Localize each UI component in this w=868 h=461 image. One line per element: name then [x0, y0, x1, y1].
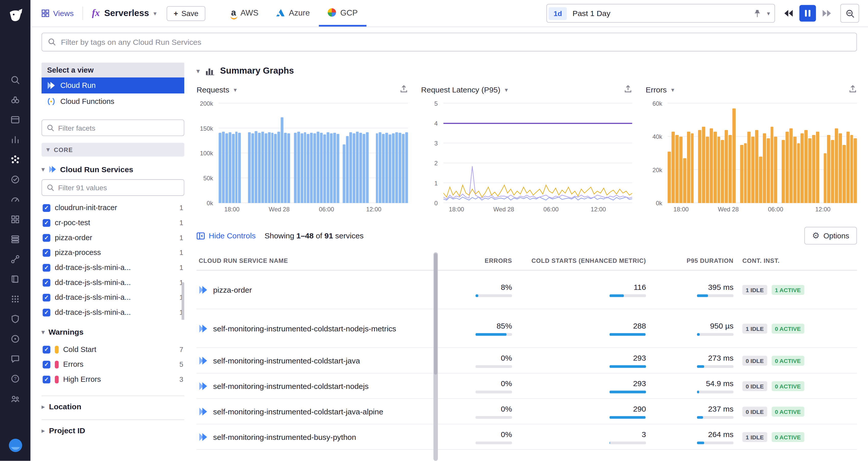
watchdog-icon[interactable] [0, 329, 30, 349]
core-section-header[interactable]: ▾ CORE [41, 143, 184, 156]
infrastructure-icon[interactable] [0, 229, 30, 249]
table-row[interactable]: self-monitoring-instrumented-coldstart-n… [196, 309, 857, 348]
security-icon[interactable] [0, 309, 30, 329]
requests-chart: Requests ▾ 0k50k100k150k200k 18:00Wed 28… [196, 85, 408, 215]
values-filter-input[interactable] [41, 179, 184, 196]
facet-item[interactable]: ✓pizza-order1 [41, 230, 184, 245]
tab-aws[interactable]: a AWS [222, 0, 267, 27]
hide-controls-button[interactable]: Hide Controls [196, 231, 256, 240]
col-header-cont-inst[interactable]: CONT. INST. [734, 257, 857, 264]
checkbox-checked[interactable]: ✓ [42, 249, 50, 256]
metrics-icon[interactable] [0, 129, 30, 149]
col-header-p95-duration[interactable]: P95 DURATION [646, 257, 734, 264]
search-icon[interactable] [0, 70, 30, 90]
forward-button[interactable] [818, 5, 835, 22]
integrations-icon[interactable] [0, 209, 30, 229]
notebooks-icon[interactable] [0, 349, 30, 368]
table-row[interactable]: pizza-order8%116395 ms1 IDLE1 ACTIVE [196, 270, 857, 309]
service-name-cell[interactable]: self-monitoring-instrumented-coldstart-n… [196, 324, 438, 333]
table-row[interactable]: self-monitoring-instrumented-busy-python… [196, 424, 857, 450]
network-icon[interactable] [0, 249, 30, 269]
export-chart-icon[interactable] [400, 85, 408, 95]
facet-item[interactable]: ✓cloudrun-init-tracer1 [41, 200, 184, 215]
checkbox-checked[interactable]: ✓ [42, 308, 50, 316]
sidebar-view-cloud-functions[interactable]: Cloud Functions [41, 94, 184, 109]
table-row[interactable]: self-monitoring-instrumented-coldstart-j… [196, 348, 857, 373]
serverless-icon[interactable] [0, 149, 30, 169]
backward-button[interactable] [781, 5, 797, 22]
sidebar-view-cloud-run[interactable]: Cloud Run [41, 77, 184, 94]
table-row[interactable]: self-monitoring-instrumented-coldstart-j… [196, 399, 857, 424]
facet-item[interactable]: ✓pizza-process1 [41, 245, 184, 260]
facet-item[interactable]: ✓dd-trace-js-sls-mini-a...1 [41, 305, 184, 320]
checkbox-checked[interactable]: ✓ [42, 204, 50, 211]
checkbox-checked[interactable]: ✓ [42, 219, 50, 226]
export-chart-icon[interactable] [624, 85, 632, 95]
service-name-cell[interactable]: self-monitoring-instrumented-coldstart-j… [196, 356, 438, 365]
zoom-out-button[interactable] [840, 4, 859, 23]
chevron-down-icon[interactable]: ▾ [767, 10, 770, 17]
checkbox-checked[interactable]: ✓ [42, 234, 50, 241]
idle-badge: 1 IDLE [742, 285, 767, 295]
metric-cell: 273 ms [646, 353, 734, 368]
checkbox-checked[interactable]: ✓ [42, 264, 50, 271]
warnings-group-header[interactable]: ▾ Warnings [41, 328, 184, 336]
container-instances-cell: 0 IDLE0 ACTIVE [734, 406, 857, 416]
facet-item[interactable]: ✓Cold Start7 [41, 342, 184, 357]
checkbox-checked[interactable]: ✓ [42, 360, 50, 368]
chevron-down-icon[interactable]: ▾ [505, 86, 508, 93]
tab-gcp[interactable]: GCP [319, 0, 367, 27]
datadog-logo[interactable] [0, 4, 30, 28]
facet-item[interactable]: ✓Errors5 [41, 357, 184, 372]
product-switcher[interactable]: fx Serverless ▾ [92, 8, 156, 19]
service-name-cell[interactable]: self-monitoring-instrumented-coldstart-n… [196, 382, 438, 390]
views-button[interactable]: Views [41, 9, 74, 18]
facet-filter-input[interactable] [41, 120, 184, 136]
export-chart-icon[interactable] [849, 85, 857, 95]
cloud-run-icon [47, 82, 56, 89]
help-icon[interactable]: ? [0, 368, 30, 388]
summary-graphs-header[interactable]: ▾ Summary Graphs [196, 66, 857, 76]
rum-icon[interactable] [0, 289, 30, 309]
pause-button[interactable] [800, 5, 816, 22]
checkbox-checked[interactable]: ✓ [42, 278, 50, 286]
ci-visibility-icon[interactable] [0, 169, 30, 189]
cloud-run-services-group-header[interactable]: ▾ Cloud Run Services [41, 165, 184, 174]
options-button[interactable]: ⚙ Options [804, 227, 857, 245]
table-row[interactable]: self-monitoring-instrumented-coldstart-n… [196, 373, 857, 399]
organization-icon[interactable] [0, 388, 30, 408]
facet-item[interactable]: ✓dd-trace-js-sls-mini-a...1 [41, 275, 184, 290]
containers-icon[interactable] [0, 90, 30, 109]
checkbox-checked[interactable]: ✓ [42, 293, 50, 301]
column-scrollbar[interactable] [433, 253, 438, 461]
service-name-cell[interactable]: self-monitoring-instrumented-coldstart-j… [196, 407, 438, 416]
tab-azure[interactable]: Azure [267, 0, 319, 27]
dashboards-icon[interactable] [0, 109, 30, 129]
bar [785, 132, 789, 203]
chevron-down-icon[interactable]: ▾ [671, 86, 674, 93]
chevron-down-icon[interactable]: ▾ [234, 86, 237, 93]
checkbox-checked[interactable]: ✓ [42, 345, 50, 353]
tag-filter-input[interactable] [41, 33, 857, 52]
facet-item[interactable]: ✓cr-poc-test1 [41, 215, 184, 230]
table-header-row: CLOUD RUN SERVICE NAME ERRORS COLD START… [196, 253, 857, 271]
facet-item[interactable]: ✓High Errors3 [41, 372, 184, 387]
service-name-cell[interactable]: pizza-order [196, 285, 438, 294]
col-header-cold-starts[interactable]: COLD STARTS (ENHANCED METRIC) [512, 257, 646, 264]
checkbox-checked[interactable]: ✓ [42, 375, 50, 383]
save-button[interactable]: + Save [166, 6, 206, 21]
logs-icon[interactable] [0, 269, 30, 289]
service-name-cell[interactable]: self-monitoring-instrumented-busy-python [196, 432, 438, 441]
col-header-service-name[interactable]: CLOUD RUN SERVICE NAME [196, 257, 438, 264]
pin-icon[interactable] [753, 9, 761, 18]
bar [399, 133, 401, 203]
user-avatar[interactable] [0, 435, 30, 455]
facet-item[interactable]: ✓dd-trace-js-sls-mini-a...1 [41, 290, 184, 305]
time-range-selector[interactable]: 1d Past 1 Day ▾ [547, 4, 775, 23]
scrollbar-thumb[interactable] [181, 282, 184, 320]
location-group-header[interactable]: ▸ Location [41, 396, 184, 417]
project-id-group-header[interactable]: ▸ Project ID [41, 420, 184, 441]
apm-icon[interactable] [0, 189, 30, 209]
facet-item[interactable]: ✓dd-trace-js-sls-mini-a...1 [41, 260, 184, 275]
col-header-errors[interactable]: ERRORS [438, 257, 512, 264]
